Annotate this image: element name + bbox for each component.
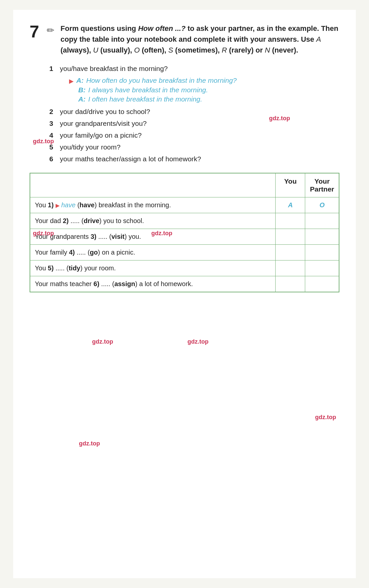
question-num-6: 6	[49, 155, 57, 163]
question-num-3: 3	[49, 120, 57, 127]
exercise-number: 7	[30, 23, 43, 40]
table-cell-you-4	[276, 245, 305, 260]
question-text-1: you/have breakfast in the morning?	[60, 65, 168, 73]
example-a2: A: I often have breakfast in the morning…	[78, 95, 339, 103]
example-b-text: I always have breakfast in the morning.	[88, 86, 208, 94]
question-text-2: your dad/drive you to school?	[60, 108, 150, 116]
question-item-2: 2 your dad/drive you to school?	[49, 108, 339, 116]
table-cell-partner-3	[305, 229, 339, 245]
pencil-icon: ✏	[47, 25, 57, 36]
exercise-instruction: Form questions using How often ...? to a…	[61, 23, 339, 56]
table-cell-you-1: A	[276, 197, 305, 213]
question-item-3: 3 your grandparents/visit you?	[49, 120, 339, 127]
watermark-3: gdz.top	[33, 230, 54, 237]
question-num-1: 1	[49, 65, 57, 73]
table-cell-you-6	[276, 276, 305, 292]
question-item-5: 5 you/tidy your room?	[49, 143, 339, 151]
question-text-3: your grandparents/visit you?	[60, 120, 147, 127]
table-header-row: You YourPartner	[30, 173, 339, 197]
watermark-4: gdz.top	[151, 230, 172, 237]
table-cell-you-3	[276, 229, 305, 245]
table-cell-you-2	[276, 213, 305, 229]
question-item-1: 1 you/have breakfast in the morning?	[49, 65, 339, 73]
question-text-6: your maths teacher/assign a lot of homew…	[60, 155, 201, 163]
arrow-icon: ▶	[69, 78, 74, 85]
table-cell-partner-5	[305, 260, 339, 276]
col-header-you: You	[276, 173, 305, 197]
example-a2-label: A:	[78, 95, 86, 103]
table-cell-sentence-4: Your family 4) ..... (go) on a picnic.	[30, 245, 276, 260]
watermark-2: gdz.top	[269, 115, 290, 122]
table-cell-sentence-2: Your dad 2) ..... (drive) you to school.	[30, 213, 276, 229]
example-b: B: I always have breakfast in the mornin…	[78, 86, 339, 94]
table-row-4: Your family 4) ..... (go) on a picnic.	[30, 245, 339, 260]
watermark-8: gdz.top	[79, 440, 100, 447]
table-cell-sentence-6: Your maths teacher 6) ..... (assign) a l…	[30, 276, 276, 292]
table-row-3: Your grandparents 3) ..... (visit) you.	[30, 229, 339, 245]
table-row-2: Your dad 2) ..... (drive) you to school.	[30, 213, 339, 229]
answer-table: You YourPartner You 1) ▶ have (have) bre…	[30, 173, 339, 292]
watermark-5: gdz.top	[92, 338, 113, 345]
table-row-6: Your maths teacher 6) ..... (assign) a l…	[30, 276, 339, 292]
table-row-1: You 1) ▶ have (have) breakfast in the mo…	[30, 197, 339, 213]
example-a: ▶ A: How often do you have breakfast in …	[69, 77, 339, 85]
question-num-2: 2	[49, 108, 57, 116]
example-a-label: A:	[76, 77, 84, 84]
example-block: ▶ A: How often do you have breakfast in …	[69, 77, 339, 103]
question-item-4: 4 your family/go on a picnic?	[49, 131, 339, 139]
example-b-label: B:	[78, 86, 86, 94]
watermark-6: gdz.top	[187, 338, 209, 345]
col-header-sentence	[30, 173, 276, 197]
col-header-partner: YourPartner	[305, 173, 339, 197]
table-cell-partner-6	[305, 276, 339, 292]
exercise-header: 7 ✏ Form questions using How often ...? …	[30, 23, 339, 56]
table-cell-partner-2	[305, 213, 339, 229]
watermark-7: gdz.top	[315, 414, 336, 421]
question-text-5: you/tidy your room?	[60, 143, 120, 151]
table-cell-you-5	[276, 260, 305, 276]
watermark-1: gdz.top	[33, 138, 54, 145]
example-a2-text: I often have breakfast in the morning.	[88, 95, 202, 103]
page-content: gdz.top gdz.top gdz.top gdz.top gdz.top …	[13, 10, 356, 578]
question-item-6: 6 your maths teacher/assign a lot of hom…	[49, 155, 339, 163]
table-cell-partner-1: O	[305, 197, 339, 213]
table-cell-partner-4	[305, 245, 339, 260]
table-cell-sentence-5: You 5) ..... (tidy) your room.	[30, 260, 276, 276]
questions-list: 1 you/have breakfast in the morning? ▶ A…	[49, 65, 339, 163]
table-cell-sentence-1: You 1) ▶ have (have) breakfast in the mo…	[30, 197, 276, 213]
example-a-text: How often do you have breakfast in the m…	[86, 77, 237, 84]
question-text-4: your family/go on a picnic?	[60, 131, 142, 139]
table-row-5: You 5) ..... (tidy) your room.	[30, 260, 339, 276]
